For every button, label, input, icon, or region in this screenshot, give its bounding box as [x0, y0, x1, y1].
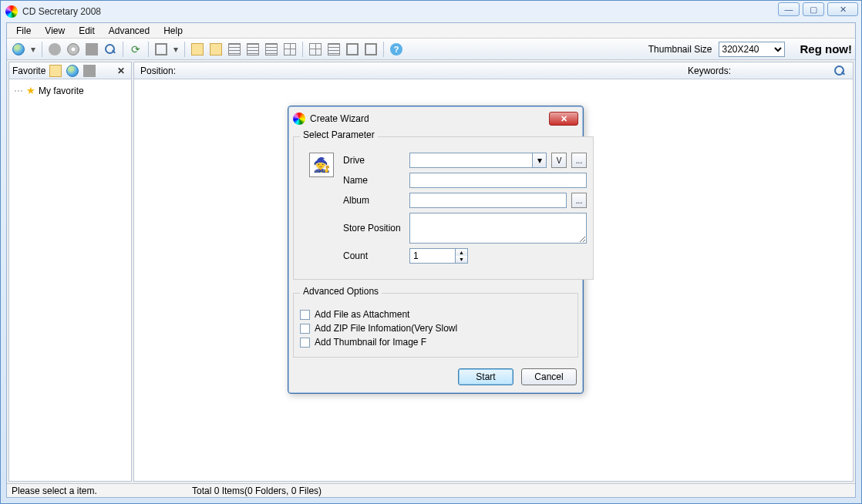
store-position-input[interactable]: [409, 213, 587, 244]
modal-overlay: Create Wizard ✕ Select Parameter 🧙 Drive…: [1, 1, 861, 503]
check-label: Add File as Attachment: [315, 309, 409, 320]
dialog-titlebar[interactable]: Create Wizard ✕: [291, 109, 580, 128]
dialog-close-button[interactable]: ✕: [549, 112, 578, 126]
drive-combo[interactable]: ▾: [409, 153, 547, 168]
drive-v-button[interactable]: V: [551, 153, 567, 168]
chevron-down-icon[interactable]: ▾: [533, 153, 547, 168]
app-window: CD Secretary 2008 — ▢ ✕ File View Edit A…: [0, 0, 862, 504]
dialog-app-icon: [293, 113, 305, 125]
drive-input[interactable]: [409, 153, 533, 168]
create-wizard-dialog: Create Wizard ✕ Select Parameter 🧙 Drive…: [288, 106, 584, 394]
drive-browse-button[interactable]: ...: [571, 153, 587, 168]
album-label: Album: [343, 195, 405, 206]
count-up-button[interactable]: ▲: [456, 249, 467, 256]
check-add-thumbnail[interactable]: Add Thumbnail for Image F: [300, 337, 571, 348]
checkbox[interactable]: [300, 338, 310, 348]
count-input[interactable]: [409, 248, 456, 264]
count-spinner[interactable]: ▲ ▼: [409, 248, 468, 264]
advanced-options-group: Advanced Options Add File as Attachment …: [293, 287, 578, 358]
count-down-button[interactable]: ▼: [456, 256, 467, 263]
check-add-file-attachment[interactable]: Add File as Attachment: [300, 309, 571, 320]
select-parameter-title: Select Parameter: [300, 129, 378, 140]
name-label: Name: [343, 175, 405, 186]
count-label: Count: [343, 250, 405, 261]
advanced-options-title: Advanced Options: [300, 286, 382, 297]
checkbox[interactable]: [300, 310, 310, 320]
drive-label: Drive: [343, 155, 405, 166]
check-label: Add ZIP File Infomation(Very Slowl: [315, 323, 457, 334]
album-input[interactable]: [409, 193, 567, 208]
wizard-icon: 🧙: [309, 153, 334, 177]
check-add-zip-info[interactable]: Add ZIP File Infomation(Very Slowl: [300, 323, 571, 334]
start-button[interactable]: Start: [458, 368, 513, 385]
album-browse-button[interactable]: ...: [571, 193, 587, 208]
store-position-label: Store Position: [343, 223, 405, 234]
name-input[interactable]: [409, 173, 587, 188]
dialog-title: Create Wizard: [310, 113, 369, 124]
cancel-button[interactable]: Cancel: [521, 368, 577, 385]
check-label: Add Thumbnail for Image F: [315, 337, 426, 348]
select-parameter-group: Select Parameter 🧙 Drive ▾ V ...: [293, 131, 594, 280]
checkbox[interactable]: [300, 324, 310, 334]
